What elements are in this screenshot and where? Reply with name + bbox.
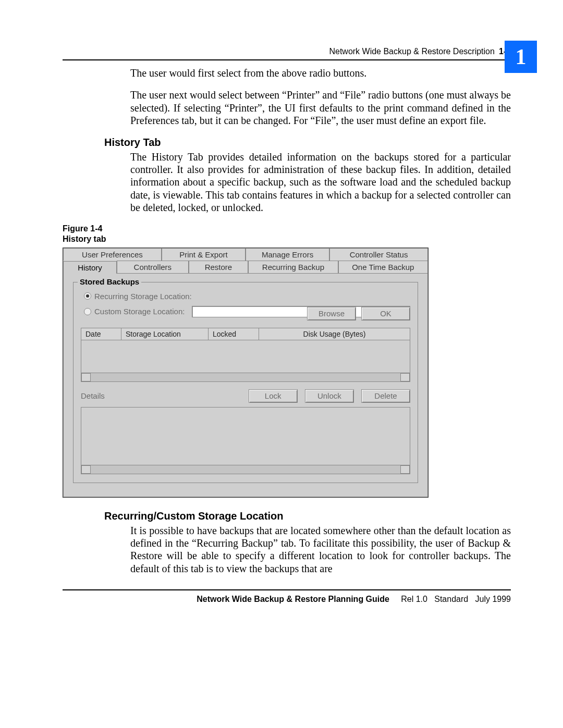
- action-buttons: Lock Unlock Delete: [249, 389, 410, 403]
- col-storage-location[interactable]: Storage Location: [121, 328, 209, 340]
- radio-label: Custom Storage Location:: [94, 307, 185, 316]
- backup-table-body[interactable]: [81, 340, 410, 373]
- radio-label: Recurring Storage Location:: [94, 292, 192, 301]
- heading-history-tab: History Tab: [104, 137, 511, 149]
- footer-date: July 1999: [475, 595, 511, 603]
- paragraph: It is possible to have backups that are …: [130, 524, 511, 575]
- col-disk-usage[interactable]: Disk Usage (Bytes): [259, 328, 410, 340]
- header-rule: [63, 59, 511, 60]
- details-label: Details: [81, 391, 105, 400]
- action-row: Details Lock Unlock Delete: [81, 389, 410, 403]
- body-column: It is possible to have backups that are …: [130, 524, 511, 575]
- body-column: The History Tab provides detailed inform…: [130, 151, 511, 214]
- body-column: The user would first select from the abo…: [130, 67, 511, 127]
- tab-row-bottom: History Controllers Restore Recurring Ba…: [63, 261, 428, 273]
- radio-icon: [84, 308, 91, 315]
- footer-release: Rel 1.0: [401, 595, 427, 603]
- paragraph: The History Tab provides detailed inform…: [130, 151, 511, 214]
- tab-print-export[interactable]: Print & Export: [162, 248, 246, 261]
- horizontal-scrollbar[interactable]: [81, 465, 410, 474]
- lock-button[interactable]: Lock: [249, 389, 298, 403]
- tabstrip: User Preferences Print & Export Manage E…: [63, 248, 428, 273]
- heading-recurring-custom: Recurring/Custom Storage Location: [104, 510, 511, 522]
- tab-controller-status[interactable]: Controller Status: [329, 248, 428, 261]
- ok-button[interactable]: OK: [361, 307, 410, 320]
- unlock-button[interactable]: Unlock: [305, 389, 354, 403]
- footer-title: Network Wide Backup & Restore Planning G…: [197, 595, 389, 603]
- radio-icon: [84, 292, 91, 300]
- horizontal-scrollbar[interactable]: [81, 373, 410, 382]
- tab-recurring-backup[interactable]: Recurring Backup: [248, 261, 338, 273]
- paragraph: The user next would select between “Prin…: [130, 89, 511, 127]
- chapter-badge: 1: [505, 41, 537, 73]
- footer-standard: Standard: [434, 595, 468, 603]
- page: 1 Network Wide Backup & Restore Descript…: [0, 0, 563, 635]
- footer-rule: [63, 589, 511, 590]
- tab-controllers[interactable]: Controllers: [117, 261, 189, 273]
- fieldset-legend: Stored Backups: [78, 277, 141, 286]
- details-textarea[interactable]: [81, 407, 410, 465]
- running-header: Network Wide Backup & Restore Descriptio…: [63, 47, 511, 56]
- tab-panel: Stored Backups Recurring Storage Locatio…: [63, 273, 428, 497]
- stored-backups-fieldset: Stored Backups Recurring Storage Locatio…: [73, 282, 418, 483]
- figure-title: History tab: [63, 235, 106, 243]
- figure-caption: Figure 1-4 History tab: [63, 224, 511, 244]
- col-locked[interactable]: Locked: [209, 328, 259, 340]
- history-tab-figure: User Preferences Print & Export Manage E…: [63, 248, 429, 498]
- browse-button[interactable]: Browse: [307, 307, 356, 320]
- tab-row-top: User Preferences Print & Export Manage E…: [63, 248, 428, 261]
- delete-button[interactable]: Delete: [361, 389, 410, 403]
- radio-recurring-location[interactable]: Recurring Storage Location:: [84, 292, 410, 301]
- tab-user-preferences[interactable]: User Preferences: [63, 248, 162, 261]
- running-header-title: Network Wide Backup & Restore Descriptio…: [329, 47, 494, 56]
- tab-manage-errors[interactable]: Manage Errors: [246, 248, 329, 261]
- backup-table-header: Date Storage Location Locked Disk Usage …: [81, 328, 410, 340]
- paragraph: The user would first select from the abo…: [130, 67, 511, 79]
- tab-restore[interactable]: Restore: [189, 261, 249, 273]
- tab-one-time-backup[interactable]: One Time Backup: [338, 261, 428, 273]
- col-date[interactable]: Date: [81, 328, 121, 340]
- running-footer: Network Wide Backup & Restore Planning G…: [63, 595, 511, 604]
- figure-number: Figure 1-4: [63, 224, 102, 233]
- tab-history[interactable]: History: [63, 261, 117, 274]
